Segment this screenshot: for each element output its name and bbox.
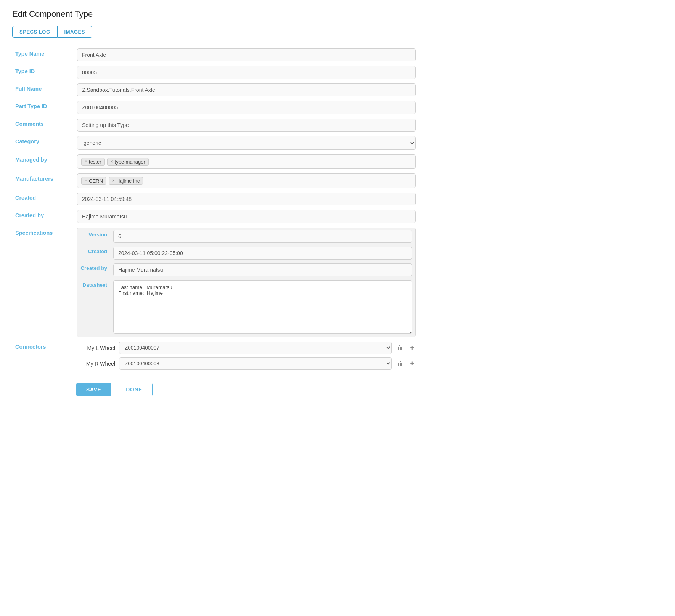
specs-created-by-label: Created by	[77, 261, 112, 278]
type-name-input[interactable]	[77, 48, 416, 61]
specifications-container: Version Created	[77, 228, 416, 337]
created-by-row: Created by	[12, 208, 419, 225]
specs-created-row: Created	[77, 245, 415, 261]
managed-by-label: Managed by	[12, 152, 73, 171]
manufacturers-tag-1-remove[interactable]: ×	[112, 178, 115, 183]
created-by-input	[77, 210, 416, 223]
created-label: Created	[12, 190, 73, 208]
page-title: Edit Component Type	[12, 9, 419, 19]
connectors-label: Connectors	[12, 339, 73, 375]
specifications-label: Specifications	[12, 225, 73, 339]
specs-version-label: Version	[77, 228, 112, 245]
connectors-row: Connectors My L Wheel Z00100400007	[12, 339, 419, 375]
full-name-input[interactable]	[77, 83, 416, 96]
type-id-input[interactable]	[77, 66, 416, 79]
connector-row-0: My L Wheel Z00100400007	[77, 342, 416, 354]
specs-version-input[interactable]	[113, 230, 412, 243]
full-name-row: Full Name	[12, 81, 419, 99]
specifications-row: Specifications Version Created	[12, 225, 419, 339]
connector-0-name: My L Wheel	[77, 345, 115, 351]
type-id-label: Type ID	[12, 64, 73, 81]
comments-input[interactable]	[77, 119, 416, 132]
managed-by-tag-0-label: tester	[89, 159, 101, 165]
category-select[interactable]: generic standard custom	[77, 136, 416, 150]
type-id-row: Type ID	[12, 64, 419, 81]
plus-icon-0	[410, 344, 414, 352]
category-row: Category generic standard custom	[12, 134, 419, 152]
connector-1-select[interactable]: Z00100400008	[119, 357, 392, 370]
plus-icon-1	[410, 359, 414, 367]
comments-label: Comments	[12, 116, 73, 134]
connectors-section: My L Wheel Z00100400007 My R Wheel	[77, 342, 416, 370]
trash-icon-1	[397, 359, 403, 367]
managed-by-row: Managed by × tester × type-manager	[12, 152, 419, 171]
action-buttons: SAVE DONE	[12, 383, 419, 396]
connector-0-delete-button[interactable]	[395, 343, 405, 353]
full-name-label: Full Name	[12, 81, 73, 99]
category-label: Category	[12, 134, 73, 152]
specs-created-input	[113, 247, 412, 260]
tab-specs-log[interactable]: SPECS LOG	[12, 26, 58, 38]
manufacturers-tag-0: × CERN	[81, 177, 106, 185]
type-name-row: Type Name	[12, 46, 419, 64]
tab-bar: SPECS LOG IMAGES	[12, 26, 419, 38]
created-row: Created	[12, 190, 419, 208]
specs-created-label: Created	[77, 245, 112, 261]
specs-datasheet-row: Datasheet Last name: Muramatsu First nam…	[77, 278, 415, 337]
part-type-id-input[interactable]	[77, 101, 416, 114]
managed-by-tag-0-remove[interactable]: ×	[85, 159, 87, 164]
connector-0-add-button[interactable]	[408, 343, 416, 353]
part-type-id-row: Part Type ID	[12, 99, 419, 116]
specs-datasheet-textarea[interactable]: Last name: Muramatsu First name: Hajime	[113, 280, 412, 334]
save-button[interactable]: SAVE	[76, 383, 111, 396]
managed-by-tag-1-label: type-manager	[115, 159, 145, 165]
tab-images[interactable]: IMAGES	[58, 26, 92, 38]
specs-version-row: Version	[77, 228, 415, 245]
manufacturers-tag-1-label: Hajime Inc	[116, 178, 140, 184]
manufacturers-row: Manufacturers × CERN × Hajime Inc	[12, 171, 419, 190]
manufacturers-tag-0-label: CERN	[89, 178, 103, 184]
specs-datasheet-label: Datasheet	[77, 278, 112, 337]
comments-row: Comments	[12, 116, 419, 134]
managed-by-tag-1: × type-manager	[107, 158, 149, 166]
created-input	[77, 192, 416, 205]
connector-1-add-button[interactable]	[408, 359, 416, 368]
type-name-label: Type Name	[12, 46, 73, 64]
specs-inner-table: Version Created	[77, 228, 415, 337]
connector-1-name: My R Wheel	[77, 361, 115, 367]
manufacturers-tag-1: × Hajime Inc	[109, 177, 143, 185]
connector-row-1: My R Wheel Z00100400008	[77, 357, 416, 370]
part-type-id-label: Part Type ID	[12, 99, 73, 116]
managed-by-input[interactable]: × tester × type-manager	[77, 154, 416, 169]
created-by-label: Created by	[12, 208, 73, 225]
connector-0-select[interactable]: Z00100400007	[119, 342, 392, 354]
specs-created-by-input	[113, 263, 412, 276]
done-button[interactable]: DONE	[116, 383, 153, 396]
managed-by-tag-1-remove[interactable]: ×	[111, 159, 113, 164]
manufacturers-input[interactable]: × CERN × Hajime Inc	[77, 173, 416, 188]
manufacturers-tag-0-remove[interactable]: ×	[85, 178, 87, 183]
edit-form: Type Name Type ID Full Name Part Type ID…	[12, 46, 419, 375]
trash-icon-0	[397, 344, 403, 352]
managed-by-tag-0: × tester	[81, 158, 105, 166]
specs-created-by-row: Created by	[77, 261, 415, 278]
connector-1-delete-button[interactable]	[395, 359, 405, 368]
manufacturers-label: Manufacturers	[12, 171, 73, 190]
